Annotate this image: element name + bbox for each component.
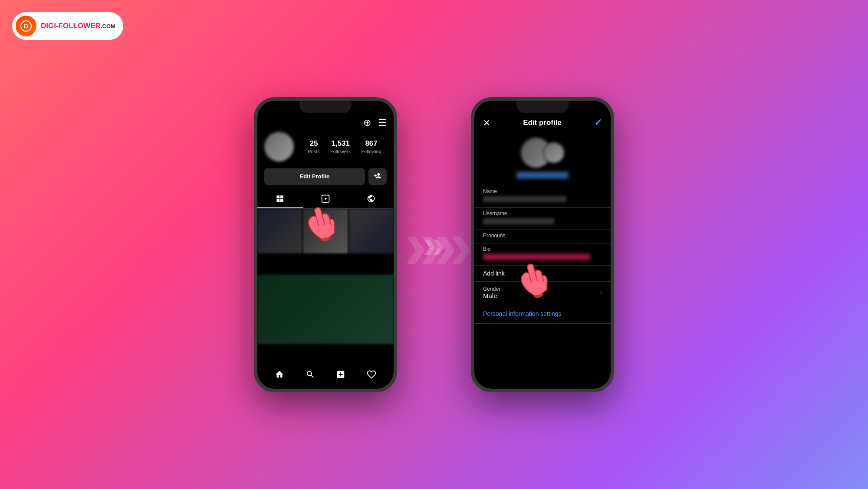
phone2-screen: ✕ Edit profile ✓ Name [474, 101, 611, 389]
personal-info-link[interactable]: Personal information settings [483, 310, 602, 317]
plus-icon[interactable]: ⊕ [363, 117, 371, 128]
avatar-group [520, 137, 565, 168]
username-field: Username [474, 208, 611, 230]
edit-profile-header: ✕ Edit profile ✓ [474, 101, 611, 134]
bio-value [483, 254, 590, 260]
logo: D DIGI-FOLLOWER.COM [12, 12, 123, 40]
heart-nav-icon[interactable] [367, 370, 376, 382]
username-value [483, 218, 554, 224]
home-nav-icon[interactable] [275, 370, 284, 382]
personal-info-section: Personal information settings [474, 304, 611, 324]
grid-cell [257, 209, 302, 253]
name-label: Name [483, 188, 602, 194]
phone2: ✕ Edit profile ✓ Name [471, 97, 614, 392]
edit-profile-title: Edit profile [523, 118, 562, 127]
add-link-section: Add link [474, 266, 611, 282]
secondary-avatar [543, 142, 565, 164]
following-label: Following [361, 149, 381, 154]
grid-cell [303, 209, 348, 253]
tab-tagged[interactable] [348, 190, 394, 208]
gender-info: Gender Male [483, 286, 500, 299]
name-field: Name [474, 186, 611, 208]
logo-icon: D [16, 16, 36, 36]
username-label: Username [483, 210, 602, 217]
phone1: ⊕ ☰ 25 Posts 1,531 Followers [254, 97, 397, 392]
phone1-tabs [257, 190, 394, 209]
close-icon[interactable]: ✕ [483, 118, 490, 128]
grid-large-cell [257, 275, 394, 344]
bio-field: Bio [474, 243, 611, 266]
profile-avatar [264, 132, 294, 161]
svg-text:D: D [24, 23, 28, 30]
profile-stats: 25 Posts 1,531 Followers 867 Following [302, 139, 387, 154]
gender-label: Gender [483, 286, 500, 292]
arrow-separator: » [423, 222, 445, 267]
following-stat: 867 Following [361, 139, 381, 154]
svg-marker-3 [325, 197, 327, 200]
following-count: 867 [365, 139, 377, 148]
name-value [483, 196, 566, 202]
avatar-section [474, 134, 611, 186]
profile-section: 25 Posts 1,531 Followers 867 Following [257, 132, 394, 167]
pronouns-label: Pronouns [483, 233, 602, 239]
checkmark-icon[interactable]: ✓ [594, 117, 602, 128]
phone1-wrapper: ⊕ ☰ 25 Posts 1,531 Followers [254, 97, 397, 392]
phones-container: ⊕ ☰ 25 Posts 1,531 Followers [254, 97, 614, 392]
gender-value: Male [483, 292, 500, 299]
search-nav-icon[interactable] [306, 370, 315, 382]
followers-stat: 1,531 Followers [330, 139, 351, 154]
bottom-nav [257, 365, 394, 389]
phone2-wrapper: ✕ Edit profile ✓ Name [471, 97, 614, 392]
add-link-label[interactable]: Add link [483, 270, 602, 277]
add-person-button[interactable] [368, 168, 387, 185]
edit-profile-row: Edit Profile [257, 167, 394, 188]
username-display [516, 172, 569, 179]
tab-reels[interactable] [303, 190, 349, 208]
grid-cell [349, 209, 394, 253]
pronouns-field[interactable]: Pronouns [474, 230, 611, 243]
posts-count: 25 [309, 139, 318, 148]
followers-label: Followers [330, 149, 351, 154]
tab-grid[interactable] [257, 190, 303, 208]
logo-text: DIGI-FOLLOWER.COM [41, 22, 115, 30]
add-nav-icon[interactable] [336, 370, 345, 382]
followers-count: 1,531 [331, 139, 350, 148]
gender-chevron-icon: › [600, 289, 602, 296]
bio-label: Bio [483, 246, 602, 252]
phone1-header: ⊕ ☰ [257, 101, 394, 132]
phone1-screen: ⊕ ☰ 25 Posts 1,531 Followers [257, 101, 394, 389]
gender-field[interactable]: Gender Male › [474, 282, 611, 304]
edit-profile-button[interactable]: Edit Profile [264, 168, 365, 185]
posts-label: Posts [308, 149, 320, 154]
menu-icon[interactable]: ☰ [378, 117, 387, 128]
photo-grid [257, 209, 394, 365]
posts-stat: 25 Posts [308, 139, 320, 154]
